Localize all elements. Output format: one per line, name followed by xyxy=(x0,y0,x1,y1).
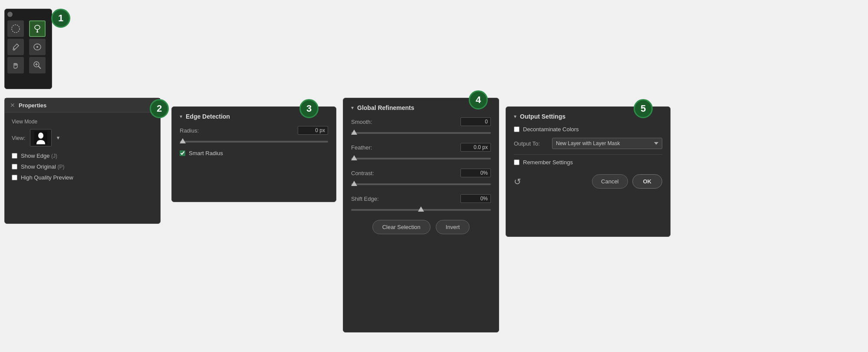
tool-grid xyxy=(7,20,49,73)
tool-brush[interactable] xyxy=(29,20,46,37)
show-original-row: Show Original (P) xyxy=(12,163,153,170)
view-dropdown-icon[interactable]: ▼ xyxy=(56,135,61,140)
action-buttons: Clear Selection Invert xyxy=(351,220,491,234)
svg-point-0 xyxy=(12,25,20,33)
shift-edge-slider[interactable] xyxy=(351,209,491,211)
step-badge-1: 1 xyxy=(51,9,70,28)
global-refinements-title: Global Refinements xyxy=(357,104,414,111)
clear-selection-button[interactable]: Clear Selection xyxy=(372,220,431,234)
view-thumbnail[interactable] xyxy=(30,129,52,146)
svg-point-1 xyxy=(35,25,40,30)
feather-value[interactable] xyxy=(460,143,491,152)
radius-slider[interactable] xyxy=(180,141,328,143)
output-to-label: Output To: xyxy=(514,140,549,147)
high-quality-checkbox[interactable] xyxy=(12,175,17,180)
smooth-row: Smooth: xyxy=(351,117,491,135)
close-x-icon[interactable]: ✕ xyxy=(10,102,15,109)
properties-title: Properties xyxy=(19,102,46,109)
tool-zoom[interactable] xyxy=(29,57,46,73)
contrast-row: Contrast: xyxy=(351,169,491,186)
show-edge-label[interactable]: Show Edge (J) xyxy=(21,153,57,159)
footer-row: ↺ Cancel OK xyxy=(514,174,662,189)
shift-edge-value[interactable] xyxy=(460,194,491,203)
ok-button[interactable]: OK xyxy=(632,174,663,189)
show-edge-checkbox[interactable] xyxy=(12,153,17,159)
radius-label: Radius: xyxy=(180,127,214,134)
global-refinements-collapse-icon[interactable]: ▾ xyxy=(351,105,354,111)
reset-button[interactable]: ↺ xyxy=(514,176,521,187)
smart-radius-label[interactable]: Smart Radius xyxy=(189,150,223,156)
invert-button[interactable]: Invert xyxy=(436,220,470,234)
feather-row: Feather: xyxy=(351,143,491,161)
step-badge-2: 2 xyxy=(150,99,169,118)
radius-value[interactable]: 0 px xyxy=(298,126,328,135)
output-to-select[interactable]: Selection Layer Mask New Layer New Layer… xyxy=(552,138,662,149)
smooth-label: Smooth: xyxy=(351,119,386,125)
step-badge-4: 4 xyxy=(469,90,488,110)
high-quality-label[interactable]: High Quality Preview xyxy=(21,174,73,181)
svg-line-7 xyxy=(38,66,41,69)
show-original-label[interactable]: Show Original (P) xyxy=(21,163,65,170)
cancel-button[interactable]: Cancel xyxy=(592,174,628,189)
edge-detection-collapse-icon[interactable]: ▾ xyxy=(180,113,182,120)
tool-dropper[interactable] xyxy=(7,39,24,55)
properties-panel: ✕ Properties View Mode View: ▼ Show Edge… xyxy=(4,98,161,224)
radius-row: Radius: 0 px xyxy=(180,126,328,135)
decontaminate-label[interactable]: Decontaminate Colors xyxy=(523,126,579,133)
properties-header: ✕ Properties xyxy=(5,98,160,113)
step-badge-5: 5 xyxy=(634,99,653,118)
tool-hand[interactable] xyxy=(7,57,24,73)
decontaminate-row: Decontaminate Colors xyxy=(514,126,662,133)
close-button[interactable] xyxy=(7,12,13,17)
contrast-slider[interactable] xyxy=(351,183,491,185)
show-edge-row: Show Edge (J) xyxy=(12,153,153,159)
output-settings-title: Output Settings xyxy=(520,113,566,120)
smart-radius-row: Smart Radius xyxy=(180,150,328,156)
smart-radius-checkbox[interactable] xyxy=(180,150,185,156)
view-mode-label: View Mode xyxy=(12,119,153,125)
remember-settings-label[interactable]: Remember Settings xyxy=(523,159,573,166)
edge-detection-title: Edge Detection xyxy=(186,113,230,120)
svg-point-3 xyxy=(13,49,15,50)
output-settings-panel: ▾ Output Settings Decontaminate Colors O… xyxy=(506,106,671,237)
radius-slider-container xyxy=(180,137,328,144)
step-badge-3: 3 xyxy=(299,99,319,118)
edge-detection-panel: ▾ Edge Detection Radius: 0 px Smart Radi… xyxy=(171,106,336,202)
svg-point-5 xyxy=(36,46,38,48)
decontaminate-checkbox[interactable] xyxy=(514,126,519,132)
global-refinements-panel: ▾ Global Refinements Smooth: Feather: Co… xyxy=(343,98,499,332)
remember-settings-checkbox[interactable] xyxy=(514,159,519,165)
output-settings-collapse-icon[interactable]: ▾ xyxy=(514,113,516,120)
show-original-checkbox[interactable] xyxy=(12,164,17,169)
divider xyxy=(514,154,662,155)
svg-point-11 xyxy=(38,133,43,139)
remember-settings-row: Remember Settings xyxy=(514,159,662,166)
high-quality-row: High Quality Preview xyxy=(12,174,153,181)
tool-dotted-circle[interactable] xyxy=(7,20,24,37)
shift-edge-row: Shift Edge: xyxy=(351,194,491,212)
feather-slider[interactable] xyxy=(351,158,491,159)
smooth-value[interactable] xyxy=(460,117,491,126)
smooth-slider[interactable] xyxy=(351,132,491,134)
output-to-row: Output To: Selection Layer Mask New Laye… xyxy=(514,138,662,149)
shift-edge-label: Shift Edge: xyxy=(351,196,386,202)
tool-lasso[interactable] xyxy=(29,39,46,55)
toolbox-panel xyxy=(4,9,52,89)
ok-cancel-buttons: Cancel OK xyxy=(592,174,662,189)
contrast-label: Contrast: xyxy=(351,170,386,176)
view-label: View: xyxy=(12,135,26,141)
contrast-value[interactable] xyxy=(460,169,491,177)
feather-label: Feather: xyxy=(351,144,386,151)
